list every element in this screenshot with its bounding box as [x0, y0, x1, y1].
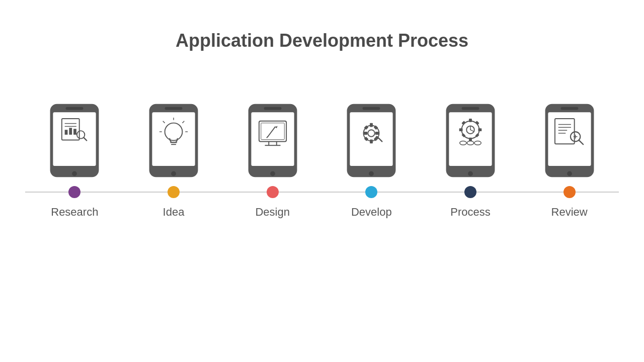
phone-item-research: [34, 102, 115, 179]
phone-icon-design: [243, 102, 303, 179]
svg-rect-25: [251, 112, 294, 166]
svg-rect-57: [469, 119, 472, 122]
phone-icon-idea: [143, 102, 204, 179]
svg-rect-72: [560, 107, 578, 110]
phone-item-idea: [133, 102, 214, 179]
svg-rect-1: [53, 112, 96, 166]
dots-container: [25, 186, 619, 198]
page: Application Development Process: [0, 0, 644, 362]
svg-rect-53: [462, 107, 479, 110]
phones-row: [25, 102, 619, 179]
svg-rect-41: [370, 123, 373, 127]
svg-rect-36: [350, 112, 393, 166]
svg-rect-42: [370, 140, 373, 144]
timeline-section: ResearchIdeaDesignDevelopProcessReview: [0, 102, 644, 219]
phone-icon-research: [44, 102, 105, 179]
svg-point-54: [468, 171, 473, 176]
svg-line-34: [267, 137, 268, 138]
svg-rect-59: [459, 128, 463, 131]
step-label-review: Review: [529, 206, 610, 219]
step-label-design: Design: [232, 206, 313, 219]
svg-point-15: [171, 171, 176, 176]
svg-rect-14: [165, 107, 183, 110]
svg-point-27: [270, 171, 275, 176]
phone-icon-review: [539, 102, 600, 179]
phone-item-process: [430, 102, 511, 179]
step-label-process: Process: [430, 206, 511, 219]
step-label-research: Research: [34, 206, 115, 219]
svg-rect-44: [375, 132, 379, 135]
svg-rect-2: [66, 107, 84, 110]
svg-rect-37: [363, 107, 380, 110]
svg-point-73: [567, 171, 572, 176]
dot-research: [68, 186, 80, 198]
dot-review: [564, 186, 576, 198]
svg-rect-58: [469, 138, 472, 141]
dot-process: [464, 186, 476, 198]
dot-design: [267, 186, 279, 198]
timeline-line-row: [25, 185, 619, 200]
svg-rect-60: [478, 128, 481, 131]
svg-point-3: [72, 171, 77, 176]
svg-rect-9: [73, 129, 76, 135]
phone-item-develop: [331, 102, 412, 179]
phone-item-review: [529, 102, 610, 179]
dot-develop: [365, 186, 377, 198]
svg-rect-8: [69, 128, 72, 135]
step-label-develop: Develop: [331, 206, 412, 219]
svg-rect-7: [65, 130, 68, 135]
svg-rect-13: [152, 112, 195, 166]
dot-idea: [168, 186, 180, 198]
svg-rect-26: [264, 107, 281, 110]
svg-point-38: [369, 171, 374, 176]
svg-rect-43: [364, 132, 368, 135]
phone-item-design: [232, 102, 313, 179]
phone-icon-process: [440, 102, 501, 179]
labels-row: ResearchIdeaDesignDevelopProcessReview: [25, 206, 619, 219]
step-label-idea: Idea: [133, 206, 214, 219]
page-title: Application Development Process: [176, 30, 468, 51]
phone-icon-develop: [341, 102, 401, 179]
